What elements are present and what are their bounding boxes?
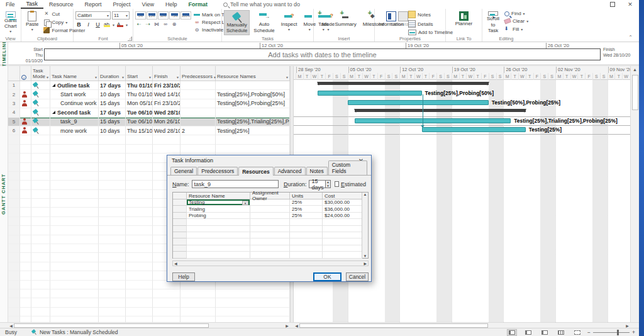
column-header-Duration[interactable]: Duration▾ xyxy=(99,66,126,81)
grid-horizontal-scrollbar[interactable]: ◀▶ xyxy=(172,260,369,266)
grid-row[interactable]: Trialing25%$36,000.00 xyxy=(173,206,368,212)
table-scroll-thumb[interactable] xyxy=(14,323,209,328)
cell-finish[interactable] xyxy=(153,308,180,316)
find-button[interactable]: Find▾ xyxy=(503,10,530,17)
table-row[interactable] xyxy=(8,308,290,316)
cell-rownum[interactable] xyxy=(8,244,20,253)
grid-cell-assignment-owner[interactable] xyxy=(250,199,290,206)
task-usage-view-button[interactable] xyxy=(523,329,533,336)
cell-rownum[interactable] xyxy=(8,172,20,181)
dialog-tab-notes[interactable]: Notes xyxy=(306,167,328,175)
cell-rownum[interactable] xyxy=(8,253,20,262)
grid-cell-resource-name[interactable]: Probing xyxy=(187,213,250,219)
grid-row[interactable]: Testing▾25%$30,000.00 xyxy=(173,199,368,206)
cell-task-name[interactable] xyxy=(50,163,99,172)
cell-task-name[interactable]: more work xyxy=(50,126,99,135)
auto-schedule-button[interactable]: Auto Schedule xyxy=(251,10,277,35)
cell-task-name[interactable] xyxy=(50,244,99,253)
cell-task-mode[interactable] xyxy=(31,81,50,90)
cell-task-mode[interactable] xyxy=(31,172,50,181)
cell-start[interactable] xyxy=(126,253,153,262)
grid-cell-selector[interactable] xyxy=(173,199,187,206)
cell-resource-names[interactable] xyxy=(216,298,290,307)
font-size-select[interactable]: 11▾ xyxy=(112,11,130,20)
cell-task-name[interactable]: Outline task xyxy=(50,81,99,90)
scroll-right-icon[interactable]: ▶ xyxy=(625,323,630,328)
cell-task-mode[interactable] xyxy=(31,281,50,289)
zoom-in-icon[interactable]: + xyxy=(632,329,635,335)
cell-predecessors[interactable] xyxy=(180,135,216,144)
cell-resource-names[interactable] xyxy=(216,135,290,144)
grid-cell-selector[interactable] xyxy=(173,206,187,212)
grid-cell-selector[interactable] xyxy=(173,226,187,232)
grid-cell-cost[interactable]: $36,000.00 xyxy=(323,206,362,212)
cell-rownum[interactable] xyxy=(8,199,20,208)
cell-task-name[interactable] xyxy=(50,253,99,262)
unlink-tasks-icon[interactable]: ⊗ xyxy=(170,21,178,27)
cell-duration[interactable] xyxy=(99,316,126,322)
cell-resource-names[interactable] xyxy=(216,289,290,298)
cell-indicator[interactable] xyxy=(20,81,31,90)
cell-start[interactable]: Tue 06/10/20 xyxy=(126,118,153,126)
cell-rownum[interactable] xyxy=(8,271,20,280)
scroll-left-icon[interactable]: ◀ xyxy=(8,323,14,328)
cell-task-name[interactable] xyxy=(50,226,99,235)
grid-row[interactable] xyxy=(173,252,368,258)
cell-duration[interactable] xyxy=(99,208,126,216)
cell-resource-names[interactable] xyxy=(216,145,290,154)
grid-cell-cost[interactable] xyxy=(323,238,362,245)
planner-button[interactable]: Planner xyxy=(453,10,475,35)
cell-resource-names[interactable] xyxy=(216,108,290,117)
dialog-tab-advanced[interactable]: Advanced xyxy=(274,167,306,175)
tell-me-search[interactable]: Tell me what you want to do xyxy=(223,0,300,9)
cell-task-name[interactable]: Start work xyxy=(50,90,99,99)
zoom-handle[interactable] xyxy=(617,330,619,335)
cell-finish[interactable] xyxy=(153,135,180,144)
grid-cell-resource-name[interactable] xyxy=(187,226,250,232)
cell-rownum[interactable] xyxy=(8,308,20,316)
cell-task-name[interactable] xyxy=(50,298,99,307)
cell-start[interactable]: Thu 15/10/20 xyxy=(126,126,153,135)
tab-project[interactable]: Project xyxy=(108,0,136,9)
grid-cell-selector[interactable] xyxy=(173,245,187,252)
cell-duration[interactable]: 15 days xyxy=(99,99,126,108)
cell-task-name[interactable]: Second task xyxy=(50,108,99,117)
cell-duration[interactable]: 17 days xyxy=(99,108,126,117)
grid-cell-assignment-owner[interactable] xyxy=(250,245,290,252)
new-tasks-mode[interactable]: New Tasks : Manually Scheduled xyxy=(31,328,118,336)
link-tasks-icon[interactable]: ∞ xyxy=(162,21,169,27)
grid-cell-resource-name[interactable] xyxy=(187,238,250,245)
cell-finish[interactable]: Fri 23/10/20 xyxy=(153,99,180,108)
cell-resource-names[interactable]: Testing[50%],Probing[25%] xyxy=(216,99,290,108)
highlight-color-button[interactable]: ab xyxy=(104,21,110,28)
grid-cell-resource-name[interactable] xyxy=(187,245,250,252)
cell-start[interactable] xyxy=(126,135,153,144)
report-view-button[interactable] xyxy=(572,329,582,336)
cell-rownum[interactable] xyxy=(8,226,20,235)
grid-cell-assignment-owner[interactable] xyxy=(250,238,290,245)
cell-task-name[interactable] xyxy=(50,308,99,316)
cell-rownum[interactable]: 3 xyxy=(8,99,20,108)
grid-row[interactable] xyxy=(173,219,368,225)
cell-task-name[interactable] xyxy=(50,289,99,298)
cell-task-mode[interactable] xyxy=(31,190,50,199)
cell-start[interactable] xyxy=(126,145,153,154)
grid-cell-cost[interactable] xyxy=(323,232,362,238)
cell-finish[interactable] xyxy=(153,298,180,307)
grid-cell-selector[interactable] xyxy=(173,213,187,219)
cell-task-mode[interactable] xyxy=(31,126,50,135)
cell-predecessors[interactable] xyxy=(180,108,216,117)
cell-start[interactable] xyxy=(126,298,153,307)
cell-rownum[interactable] xyxy=(8,154,20,162)
grid-cell-assignment-owner[interactable] xyxy=(250,213,290,219)
cell-finish[interactable] xyxy=(153,145,180,154)
table-row[interactable]: 2Start work10 daysThu 01/10/20Wed 14/10/… xyxy=(8,90,290,99)
grid-cell-assignment-owner[interactable] xyxy=(250,252,290,258)
grid-cell-cost[interactable] xyxy=(323,245,362,252)
scroll-to-task-button[interactable]: Scroll to Task xyxy=(484,10,502,35)
percent-75-button[interactable]: 75% xyxy=(169,11,180,20)
cell-rownum[interactable] xyxy=(8,163,20,172)
cell-duration[interactable] xyxy=(99,190,126,199)
cell-indicator[interactable] xyxy=(20,172,31,181)
cell-duration[interactable] xyxy=(99,145,126,154)
